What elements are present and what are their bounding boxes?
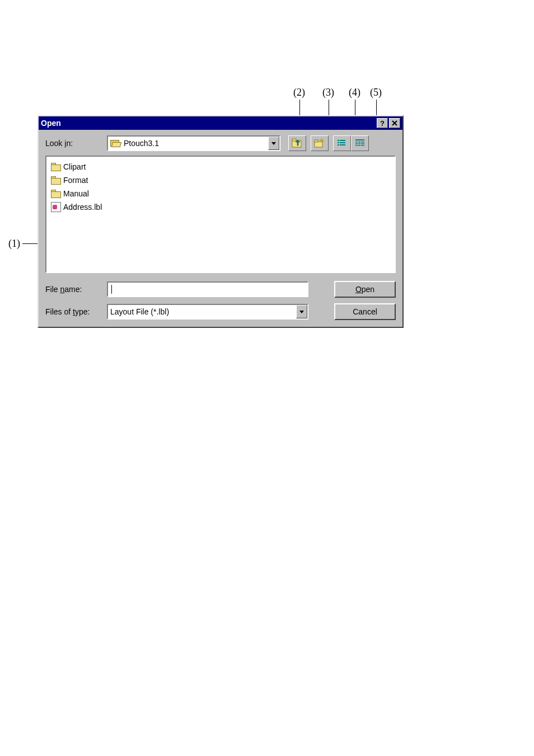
titlebar[interactable]: Open ? (39, 116, 402, 130)
filename-label: File name: (45, 285, 107, 294)
list-item[interactable]: Manual (51, 187, 390, 200)
svg-rect-10 (338, 142, 339, 143)
svg-rect-14 (355, 139, 364, 140)
filetype-label: Files of type: (45, 307, 107, 316)
svg-rect-17 (361, 142, 364, 143)
svg-rect-13 (340, 144, 345, 145)
list-item[interactable]: Clipart (51, 160, 390, 173)
file-list[interactable]: Clipart Format Manual Address.lbl (45, 156, 396, 273)
callout-3: (3) (322, 87, 334, 98)
svg-rect-20 (361, 143, 364, 144)
callout-2: (2) (293, 87, 305, 98)
folder-icon (51, 190, 61, 198)
svg-rect-15 (355, 142, 358, 143)
open-button[interactable]: Open (334, 281, 396, 298)
open-dialog: Open ? Look in: Ptouch3.1 (38, 115, 404, 328)
file-icon (51, 202, 61, 212)
new-folder-button[interactable] (311, 135, 329, 151)
svg-rect-16 (358, 142, 360, 143)
svg-rect-8 (338, 140, 339, 141)
lookin-value: Ptouch3.1 (124, 139, 159, 148)
svg-rect-3 (315, 140, 318, 142)
svg-rect-22 (358, 145, 360, 146)
lookin-label: Look in: (45, 139, 107, 148)
open-folder-icon (110, 139, 121, 148)
filename-input[interactable] (107, 281, 308, 297)
svg-rect-9 (340, 140, 345, 141)
list-item[interactable]: Address.lbl (51, 200, 390, 214)
help-button[interactable]: ? (377, 118, 388, 128)
close-button[interactable] (389, 118, 400, 128)
folder-icon (51, 176, 61, 184)
svg-rect-23 (361, 145, 364, 146)
lookin-combo[interactable]: Ptouch3.1 (107, 135, 280, 151)
up-one-level-button[interactable] (288, 135, 306, 151)
folder-icon (51, 163, 61, 171)
svg-rect-19 (358, 143, 360, 144)
filetype-value: Layout File (*.lbl) (110, 307, 169, 316)
svg-rect-11 (340, 142, 345, 143)
callout-1: (1) (8, 238, 20, 250)
list-item[interactable]: Format (51, 173, 390, 187)
svg-rect-18 (355, 143, 358, 144)
list-view-button[interactable] (333, 135, 351, 151)
callout-5: (5) (370, 87, 382, 98)
chevron-down-icon[interactable] (296, 305, 307, 318)
titlebar-title: Open (41, 119, 376, 128)
callout-4: (4) (349, 87, 360, 98)
cancel-button[interactable]: Cancel (334, 303, 396, 320)
svg-rect-12 (338, 144, 339, 145)
chevron-down-icon[interactable] (268, 137, 279, 150)
svg-rect-21 (355, 145, 358, 146)
details-view-button[interactable] (351, 135, 369, 151)
filetype-combo[interactable]: Layout File (*.lbl) (107, 304, 308, 320)
svg-rect-1 (292, 139, 296, 141)
